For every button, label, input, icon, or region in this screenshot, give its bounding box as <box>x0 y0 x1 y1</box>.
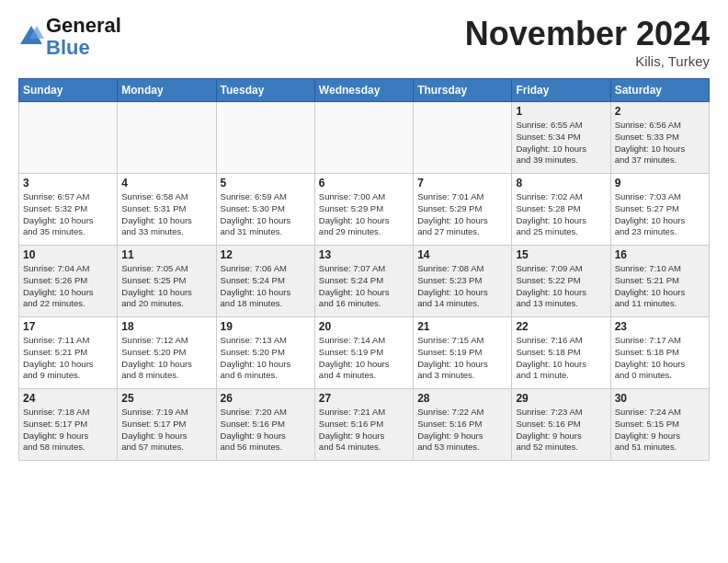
day-info: Sunrise: 7:15 AM Sunset: 5:19 PM Dayligh… <box>417 335 507 382</box>
day-of-week-header: Sunday <box>19 79 118 102</box>
day-info: Sunrise: 7:19 AM Sunset: 5:17 PM Dayligh… <box>121 407 211 454</box>
day-of-week-header: Monday <box>118 79 216 102</box>
day-info: Sunrise: 7:03 AM Sunset: 5:27 PM Dayligh… <box>615 191 705 238</box>
day-info: Sunrise: 7:08 AM Sunset: 5:23 PM Dayligh… <box>417 263 507 310</box>
calendar-cell: 12Sunrise: 7:06 AM Sunset: 5:24 PM Dayli… <box>216 246 314 317</box>
day-number: 1 <box>516 105 606 118</box>
day-info: Sunrise: 6:56 AM Sunset: 5:33 PM Dayligh… <box>615 120 705 167</box>
day-of-week-header: Thursday <box>414 79 512 102</box>
calendar-week-row: 24Sunrise: 7:18 AM Sunset: 5:17 PM Dayli… <box>19 389 710 461</box>
day-number: 18 <box>121 320 211 333</box>
calendar-cell: 1Sunrise: 6:55 AM Sunset: 5:34 PM Daylig… <box>512 102 610 174</box>
day-number: 13 <box>319 248 409 261</box>
calendar-cell: 16Sunrise: 7:10 AM Sunset: 5:21 PM Dayli… <box>610 246 709 317</box>
calendar-cell: 24Sunrise: 7:18 AM Sunset: 5:17 PM Dayli… <box>19 389 118 461</box>
day-info: Sunrise: 6:57 AM Sunset: 5:32 PM Dayligh… <box>23 191 113 238</box>
calendar-cell: 4Sunrise: 6:58 AM Sunset: 5:31 PM Daylig… <box>118 174 216 246</box>
calendar-cell: 10Sunrise: 7:04 AM Sunset: 5:26 PM Dayli… <box>19 246 118 317</box>
calendar-cell: 26Sunrise: 7:20 AM Sunset: 5:16 PM Dayli… <box>216 389 314 461</box>
calendar-cell <box>414 102 512 174</box>
calendar-week-row: 10Sunrise: 7:04 AM Sunset: 5:26 PM Dayli… <box>19 246 710 317</box>
calendar-cell <box>19 102 118 174</box>
logo: GeneralBlue <box>18 15 121 59</box>
day-number: 9 <box>615 177 705 190</box>
day-info: Sunrise: 7:24 AM Sunset: 5:15 PM Dayligh… <box>615 407 705 454</box>
calendar-cell: 7Sunrise: 7:01 AM Sunset: 5:29 PM Daylig… <box>414 174 512 246</box>
day-info: Sunrise: 7:04 AM Sunset: 5:26 PM Dayligh… <box>23 263 113 310</box>
day-number: 22 <box>516 320 606 333</box>
day-number: 25 <box>121 392 211 405</box>
day-info: Sunrise: 7:14 AM Sunset: 5:19 PM Dayligh… <box>319 335 409 382</box>
day-info: Sunrise: 7:10 AM Sunset: 5:21 PM Dayligh… <box>615 263 705 310</box>
day-info: Sunrise: 7:11 AM Sunset: 5:21 PM Dayligh… <box>23 335 113 382</box>
day-number: 19 <box>221 320 311 333</box>
day-info: Sunrise: 7:07 AM Sunset: 5:24 PM Dayligh… <box>319 263 409 310</box>
calendar-cell: 20Sunrise: 7:14 AM Sunset: 5:19 PM Dayli… <box>314 317 413 389</box>
calendar-week-row: 17Sunrise: 7:11 AM Sunset: 5:21 PM Dayli… <box>19 317 710 389</box>
day-info: Sunrise: 7:09 AM Sunset: 5:22 PM Dayligh… <box>516 263 606 310</box>
calendar-cell: 22Sunrise: 7:16 AM Sunset: 5:18 PM Dayli… <box>512 317 610 389</box>
calendar-cell: 25Sunrise: 7:19 AM Sunset: 5:17 PM Dayli… <box>118 389 216 461</box>
calendar-cell: 5Sunrise: 6:59 AM Sunset: 5:30 PM Daylig… <box>216 174 314 246</box>
day-info: Sunrise: 7:17 AM Sunset: 5:18 PM Dayligh… <box>615 335 705 382</box>
day-number: 5 <box>221 177 311 190</box>
calendar-cell: 29Sunrise: 7:23 AM Sunset: 5:16 PM Dayli… <box>512 389 610 461</box>
day-number: 24 <box>23 392 113 405</box>
calendar-week-row: 3Sunrise: 6:57 AM Sunset: 5:32 PM Daylig… <box>19 174 710 246</box>
calendar-cell: 9Sunrise: 7:03 AM Sunset: 5:27 PM Daylig… <box>610 174 709 246</box>
day-number: 6 <box>319 177 409 190</box>
day-number: 27 <box>319 392 409 405</box>
day-number: 15 <box>516 248 606 261</box>
page: GeneralBlue November 2024 Kilis, Turkey … <box>0 0 728 470</box>
day-number: 2 <box>615 105 705 118</box>
logo-text: GeneralBlue <box>46 15 121 59</box>
day-info: Sunrise: 7:05 AM Sunset: 5:25 PM Dayligh… <box>121 263 211 310</box>
day-number: 20 <box>319 320 409 333</box>
calendar-cell: 2Sunrise: 6:56 AM Sunset: 5:33 PM Daylig… <box>610 102 709 174</box>
day-of-week-header: Wednesday <box>314 79 413 102</box>
day-info: Sunrise: 7:18 AM Sunset: 5:17 PM Dayligh… <box>23 407 113 454</box>
day-number: 17 <box>23 320 113 333</box>
day-info: Sunrise: 6:55 AM Sunset: 5:34 PM Dayligh… <box>516 120 606 167</box>
logo-icon <box>18 24 44 50</box>
day-info: Sunrise: 7:22 AM Sunset: 5:16 PM Dayligh… <box>417 407 507 454</box>
calendar-cell: 6Sunrise: 7:00 AM Sunset: 5:29 PM Daylig… <box>314 174 413 246</box>
day-info: Sunrise: 7:01 AM Sunset: 5:29 PM Dayligh… <box>417 191 507 238</box>
month-title: November 2024 <box>465 15 710 53</box>
day-info: Sunrise: 7:00 AM Sunset: 5:29 PM Dayligh… <box>319 191 409 238</box>
day-number: 29 <box>516 392 606 405</box>
day-info: Sunrise: 7:06 AM Sunset: 5:24 PM Dayligh… <box>221 263 311 310</box>
calendar-cell: 30Sunrise: 7:24 AM Sunset: 5:15 PM Dayli… <box>610 389 709 461</box>
calendar-week-row: 1Sunrise: 6:55 AM Sunset: 5:34 PM Daylig… <box>19 102 710 174</box>
calendar-cell: 13Sunrise: 7:07 AM Sunset: 5:24 PM Dayli… <box>314 246 413 317</box>
day-number: 3 <box>23 177 113 190</box>
calendar-cell: 8Sunrise: 7:02 AM Sunset: 5:28 PM Daylig… <box>512 174 610 246</box>
calendar-cell: 19Sunrise: 7:13 AM Sunset: 5:20 PM Dayli… <box>216 317 314 389</box>
calendar-cell <box>216 102 314 174</box>
title-block: November 2024 Kilis, Turkey <box>465 15 710 69</box>
day-info: Sunrise: 7:02 AM Sunset: 5:28 PM Dayligh… <box>516 191 606 238</box>
calendar-cell: 27Sunrise: 7:21 AM Sunset: 5:16 PM Dayli… <box>314 389 413 461</box>
day-info: Sunrise: 7:21 AM Sunset: 5:16 PM Dayligh… <box>319 407 409 454</box>
calendar-cell: 15Sunrise: 7:09 AM Sunset: 5:22 PM Dayli… <box>512 246 610 317</box>
day-number: 8 <box>516 177 606 190</box>
calendar-cell: 3Sunrise: 6:57 AM Sunset: 5:32 PM Daylig… <box>19 174 118 246</box>
day-number: 26 <box>221 392 311 405</box>
day-number: 30 <box>615 392 705 405</box>
day-number: 11 <box>121 248 211 261</box>
day-info: Sunrise: 7:23 AM Sunset: 5:16 PM Dayligh… <box>516 407 606 454</box>
day-info: Sunrise: 7:20 AM Sunset: 5:16 PM Dayligh… <box>221 407 311 454</box>
day-info: Sunrise: 7:12 AM Sunset: 5:20 PM Dayligh… <box>121 335 211 382</box>
day-number: 23 <box>615 320 705 333</box>
calendar-cell: 28Sunrise: 7:22 AM Sunset: 5:16 PM Dayli… <box>414 389 512 461</box>
calendar-cell: 18Sunrise: 7:12 AM Sunset: 5:20 PM Dayli… <box>118 317 216 389</box>
day-number: 16 <box>615 248 705 261</box>
calendar-body: 1Sunrise: 6:55 AM Sunset: 5:34 PM Daylig… <box>19 102 710 461</box>
day-info: Sunrise: 7:16 AM Sunset: 5:18 PM Dayligh… <box>516 335 606 382</box>
calendar-cell <box>314 102 413 174</box>
header: GeneralBlue November 2024 Kilis, Turkey <box>18 15 710 69</box>
location: Kilis, Turkey <box>465 53 710 69</box>
day-number: 10 <box>23 248 113 261</box>
day-number: 7 <box>417 177 507 190</box>
day-number: 28 <box>417 392 507 405</box>
